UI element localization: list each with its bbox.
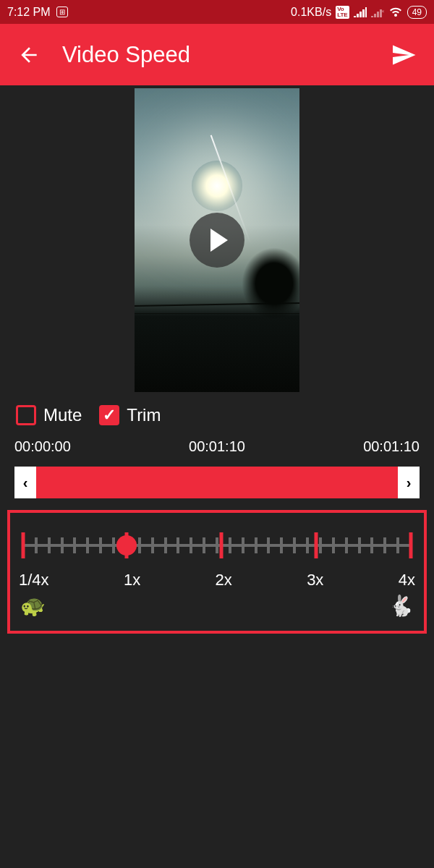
time-end: 00:01:10 [363, 438, 420, 455]
video-thumbnail [135, 88, 299, 392]
speed-control-panel: 1/4x 1x 2x 3x 4x 🐢 🐇 [7, 510, 427, 634]
turtle-icon: 🐢 [20, 594, 46, 618]
back-icon[interactable] [17, 43, 41, 67]
page-title: Video Speed [62, 42, 369, 68]
options-row: Mute ✓ Trim [0, 392, 434, 433]
time-current: 00:01:10 [189, 438, 245, 455]
trim-track[interactable] [36, 467, 398, 498]
speed-labels: 1/4x 1x 2x 3x 4x [19, 571, 415, 590]
svg-text:×: × [381, 8, 384, 14]
battery-icon: 49 [407, 6, 427, 19]
status-bar: 7:12 PM ⊞ 0.1KB/s VoLTE × 49 [0, 0, 434, 24]
app-bar: Video Speed [0, 24, 434, 85]
mute-checkbox[interactable]: Mute [16, 405, 82, 425]
trim-handle-right[interactable]: › [398, 467, 420, 498]
speed-label-0: 1/4x [19, 571, 49, 590]
rabbit-icon: 🐇 [388, 594, 414, 618]
wifi-icon [388, 7, 403, 18]
speed-label-2: 2x [216, 571, 232, 590]
signal-icon [354, 7, 367, 17]
status-time: 7:12 PM [7, 6, 51, 19]
speed-label-4: 4x [399, 571, 415, 590]
play-icon [210, 229, 228, 252]
time-row: 00:00:00 00:01:10 00:01:10 [0, 433, 434, 461]
speed-thumb[interactable] [116, 535, 137, 556]
trim-bar: ‹ › [14, 467, 420, 498]
send-icon[interactable] [391, 42, 417, 68]
play-button[interactable] [190, 213, 244, 268]
checkbox-icon [16, 405, 36, 425]
signal-icon-2: × [371, 7, 384, 17]
keyboard-icon: ⊞ [56, 7, 68, 17]
mute-label: Mute [43, 405, 82, 425]
trim-handle-left[interactable]: ‹ [14, 467, 36, 498]
video-preview [0, 85, 434, 392]
data-rate: 0.1KB/s [291, 6, 331, 19]
volte-icon: VoLTE [336, 6, 349, 19]
trim-checkbox[interactable]: ✓ Trim [99, 405, 161, 425]
speed-slider[interactable] [23, 527, 411, 563]
speed-label-1: 1x [124, 571, 140, 590]
check-icon: ✓ [103, 407, 116, 423]
speed-label-3: 3x [307, 571, 323, 590]
time-start: 00:00:00 [14, 438, 71, 455]
trim-label: Trim [127, 405, 161, 425]
checkbox-icon: ✓ [99, 405, 119, 425]
